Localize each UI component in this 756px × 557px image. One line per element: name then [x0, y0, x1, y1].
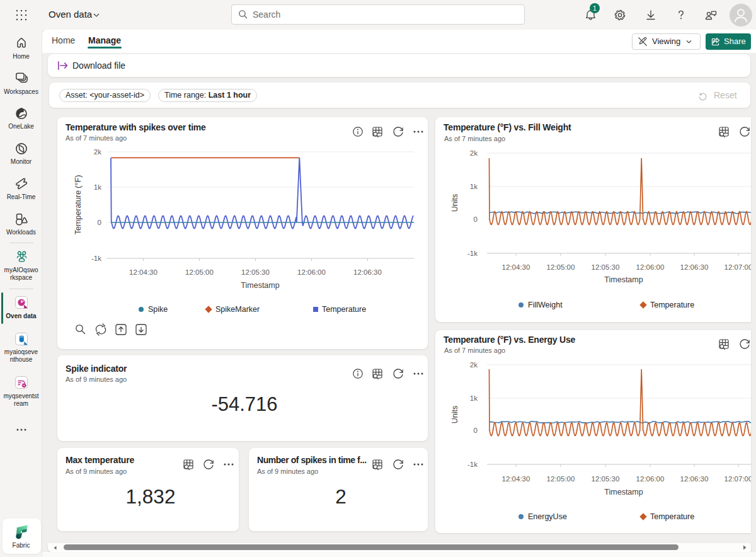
svg-text:2: 2: [335, 485, 346, 508]
svg-text:-1k: -1k: [91, 255, 101, 262]
svg-text:0: 0: [98, 219, 101, 226]
svg-text:0: 0: [474, 427, 478, 434]
svg-text:As of 7 minutes ago: As of 7 minutes ago: [66, 134, 127, 142]
svg-text:Units: Units: [450, 406, 459, 423]
svg-text:-1k: -1k: [467, 461, 478, 468]
svg-text:12:06:30: 12:06:30: [353, 268, 382, 276]
svg-text:12:07:00: 12:07:00: [724, 475, 751, 483]
svg-text:12:04:30: 12:04:30: [502, 475, 530, 483]
svg-text:As of 7 minutes ago: As of 7 minutes ago: [444, 135, 505, 142]
svg-text:EnergyUse: EnergyUse: [528, 512, 567, 521]
svg-text:FillWeight: FillWeight: [528, 301, 563, 309]
svg-text:-1k: -1k: [467, 250, 478, 257]
svg-text:12:06:00: 12:06:00: [297, 268, 326, 276]
svg-text:Spike indicator: Spike indicator: [66, 364, 127, 374]
svg-text:12:06:30: 12:06:30: [680, 475, 709, 483]
svg-text:2k: 2k: [94, 148, 101, 156]
svg-text:12:06:30: 12:06:30: [680, 263, 709, 271]
svg-text:2k: 2k: [470, 361, 478, 369]
svg-text:As of 9 minutes ago: As of 9 minutes ago: [66, 376, 127, 383]
svg-text:As of 7 minutes ago: As of 7 minutes ago: [444, 347, 505, 354]
svg-text:As of 9 minutes ago: As of 9 minutes ago: [66, 468, 127, 475]
svg-text:1k: 1k: [94, 183, 101, 191]
svg-text:1,832: 1,832: [126, 485, 176, 508]
svg-text:Timestamp: Timestamp: [241, 281, 279, 290]
svg-text:Timestamp: Timestamp: [604, 275, 643, 284]
svg-text:Temperature: Temperature: [650, 512, 694, 521]
svg-text:12:05:00: 12:05:00: [547, 475, 575, 483]
svg-text:Temperature: Temperature: [650, 301, 694, 309]
svg-text:12:05:00: 12:05:00: [547, 263, 575, 271]
svg-text:12:04:30: 12:04:30: [502, 263, 530, 271]
svg-text:12:07:00: 12:07:00: [724, 263, 751, 271]
svg-text:Temperature with spikes over t: Temperature with spikes over time: [66, 122, 206, 132]
svg-text:12:06:00: 12:06:00: [636, 475, 665, 483]
svg-text:12:05:30: 12:05:30: [592, 475, 620, 483]
svg-text:Max temperature: Max temperature: [66, 455, 134, 465]
svg-text:12:05:30: 12:05:30: [241, 268, 270, 276]
svg-text:Temperature (°F): Temperature (°F): [74, 175, 83, 235]
svg-text:12:05:30: 12:05:30: [592, 263, 620, 271]
svg-text:Temperature (°F) vs. Energy Us: Temperature (°F) vs. Energy Use: [444, 335, 576, 345]
svg-text:Temperature (°F) vs. Fill Weig: Temperature (°F) vs. Fill Weight: [444, 122, 571, 132]
svg-text:12:04:30: 12:04:30: [129, 268, 158, 276]
svg-text:Temperature: Temperature: [322, 305, 366, 314]
svg-text:12:06:00: 12:06:00: [636, 263, 665, 271]
svg-text:1k: 1k: [470, 183, 478, 190]
svg-text:SpikeMarker: SpikeMarker: [215, 305, 260, 314]
svg-text:2k: 2k: [470, 149, 478, 157]
svg-text:Timestamp: Timestamp: [604, 488, 643, 497]
svg-text:As of 9 minutes ago: As of 9 minutes ago: [257, 468, 318, 475]
svg-text:-54.716: -54.716: [211, 393, 277, 415]
svg-text:1k: 1k: [470, 394, 478, 402]
svg-text:0: 0: [474, 215, 478, 223]
svg-text:12:05:00: 12:05:00: [185, 268, 214, 276]
svg-text:Spike: Spike: [148, 305, 168, 314]
svg-text:Units: Units: [450, 194, 459, 212]
svg-text:Number of spikes in time f...: Number of spikes in time f...: [257, 455, 367, 465]
svg-text:1: 1: [593, 4, 597, 12]
